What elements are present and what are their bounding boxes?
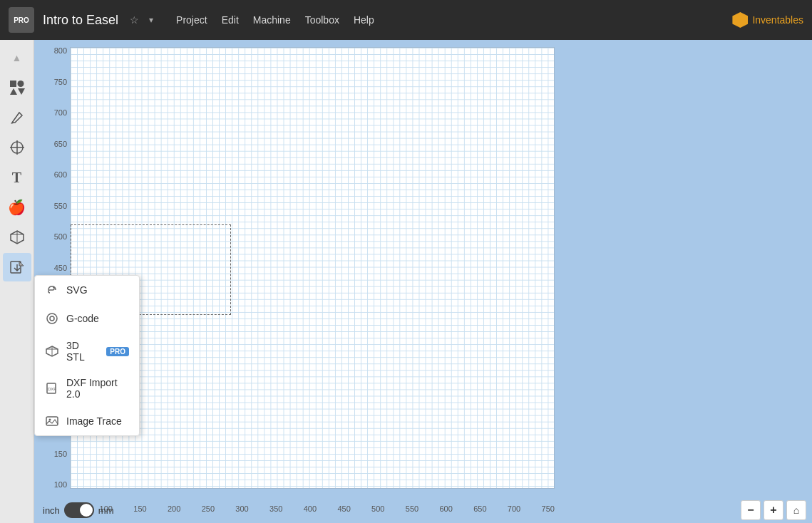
svg-point-12: [50, 316, 54, 321]
text-tool-button[interactable]: T: [3, 163, 31, 192]
3dstl-label: 3D STL: [66, 340, 96, 363]
y-label-500: 500: [37, 233, 67, 241]
mm-label: mm: [98, 505, 114, 516]
collapse-button[interactable]: ▲: [3, 43, 31, 72]
logo: PRO: [9, 7, 34, 33]
pen-tool-button[interactable]: [3, 103, 31, 132]
3dstl-icon: [45, 344, 59, 358]
inch-label: inch: [43, 505, 60, 516]
dxf-label: DXF Import 2.0: [66, 377, 129, 400]
3dstl-menu-item[interactable]: 3D STL PRO: [35, 333, 139, 370]
crosshair-icon: [9, 140, 25, 155]
import-dropdown: SVG G-code: [34, 275, 140, 436]
dxf-menu-item[interactable]: DXF DXF Import 2.0: [35, 370, 139, 407]
bottom-bar: inch mm: [34, 497, 812, 523]
apps-tool-button[interactable]: 🍎: [3, 193, 31, 222]
svg-point-19: [49, 419, 51, 421]
gcode-menu-item[interactable]: G-code: [35, 304, 139, 333]
unit-toggle[interactable]: [64, 502, 94, 518]
y-label-450: 450: [37, 264, 67, 272]
zoom-controls: − + ⌂: [741, 500, 806, 520]
toggle-knob: [80, 504, 93, 517]
svg-text:DXF: DXF: [48, 387, 56, 391]
nav-toolbox[interactable]: Toolbox: [305, 14, 339, 26]
pen-icon: [9, 110, 25, 125]
gcode-icon: [45, 311, 59, 326]
gcode-label: G-code: [66, 313, 99, 324]
image-trace-icon: [45, 414, 59, 428]
y-label-700: 700: [37, 109, 67, 117]
y-label-800: 800: [37, 47, 67, 55]
y-label-600: 600: [37, 171, 67, 179]
canvas-area: 100 150 200 250 300 350 400 450 500 550 …: [34, 40, 812, 523]
import-icon: [9, 259, 25, 275]
dxf-icon: DXF: [45, 381, 59, 395]
zoom-in-button[interactable]: +: [764, 500, 783, 520]
cube-icon: [9, 229, 25, 245]
nav-help[interactable]: Help: [354, 14, 374, 26]
sidebar: ▲ T 🍎: [0, 40, 34, 523]
nav-project[interactable]: Project: [176, 14, 207, 26]
svg-point-1: [17, 81, 24, 87]
pro-badge: PRO: [106, 347, 129, 356]
nav-menu: Project Edit Machine Toolbox Help: [176, 14, 374, 26]
zoom-home-button[interactable]: ⌂: [786, 500, 806, 520]
svg-menu-item[interactable]: SVG: [35, 276, 139, 304]
nav-edit[interactable]: Edit: [222, 14, 239, 26]
y-label-550: 550: [37, 202, 67, 210]
shapes-icon: [9, 80, 25, 95]
svg-marker-3: [18, 88, 25, 95]
svg-icon: [45, 283, 59, 297]
inventables-icon: [732, 12, 748, 28]
main-layout: ▲ T 🍎: [0, 40, 812, 523]
zoom-out-button[interactable]: −: [741, 500, 761, 520]
nav-machine[interactable]: Machine: [253, 14, 291, 26]
y-label-150: 150: [37, 450, 67, 458]
circle-tool-button[interactable]: [3, 133, 31, 162]
import-tool-button[interactable]: [3, 253, 31, 281]
chevron-down-icon[interactable]: ▾: [149, 15, 153, 25]
svg-point-11: [47, 314, 57, 323]
logo-text: PRO: [14, 16, 29, 24]
3d-tool-button[interactable]: [3, 223, 31, 252]
y-label-100: 100: [37, 481, 67, 489]
grid-container[interactable]: [70, 47, 555, 489]
project-title: Intro to Easel: [43, 13, 118, 28]
inventables-brand[interactable]: Inventables: [732, 12, 803, 28]
y-label-650: 650: [37, 140, 67, 148]
y-label-750: 750: [37, 78, 67, 86]
image-trace-label: Image Trace: [66, 415, 122, 427]
svg-rect-0: [10, 81, 16, 87]
star-icon[interactable]: ☆: [130, 14, 139, 26]
shapes-tool-button[interactable]: [3, 73, 31, 102]
image-trace-menu-item[interactable]: Image Trace: [35, 407, 139, 435]
inventables-label: Inventables: [752, 14, 803, 26]
svg-label: SVG: [66, 284, 88, 296]
navbar: PRO Intro to Easel ☆ ▾ Project Edit Mach…: [0, 0, 812, 40]
grid-canvas[interactable]: [70, 47, 555, 489]
svg-marker-2: [10, 88, 17, 95]
